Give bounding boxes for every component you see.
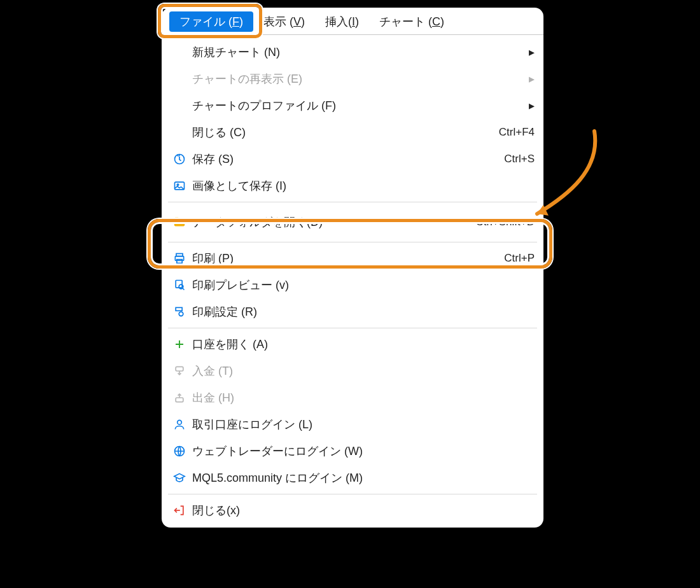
menu-window: ファイル (F) 表示 (V) 挿入(I) チャート (C) 新規チャート (N… — [162, 8, 543, 528]
menu-label: MQL5.community にログイン (M) — [188, 470, 535, 486]
blank-icon — [171, 45, 188, 60]
plus-icon — [171, 337, 188, 352]
menu-label: 印刷プレビュー (v) — [188, 277, 535, 293]
graduation-icon — [171, 470, 188, 486]
blank-icon — [171, 125, 188, 140]
menu-shortcut: Ctrl+P — [499, 252, 535, 265]
svg-point-12 — [178, 420, 182, 424]
save-icon — [171, 151, 188, 167]
withdraw-icon — [171, 390, 188, 405]
menu-label: ウェブトレーダーにログイン (W) — [188, 444, 535, 459]
submenu-arrow-icon: ▸ — [522, 45, 535, 59]
menu-item-save-image[interactable]: 画像として保存 (I) — [162, 172, 543, 199]
menubar-view-text: 表示 ( — [263, 15, 293, 28]
menu-separator — [168, 242, 537, 242]
menu-label: チャートのプロファイル (F) — [188, 98, 522, 113]
menu-label: 閉じる(x) — [188, 503, 535, 518]
menubar-file-accel: F — [232, 15, 239, 28]
svg-rect-11 — [176, 398, 183, 402]
menu-label: 画像として保存 (I) — [188, 178, 535, 193]
menubar-chart-close: ) — [440, 15, 444, 28]
deposit-icon — [171, 363, 188, 379]
menu-shortcut: Ctrl+Shift+D — [470, 216, 535, 228]
print-settings-icon — [171, 304, 188, 319]
menu-item-open-account[interactable]: 口座を開く (A) — [162, 331, 543, 358]
folder-icon — [171, 214, 188, 230]
menu-item-reshow-chart: チャートの再表示 (E) ▸ — [162, 66, 543, 92]
menu-shortcut: Ctrl+S — [499, 153, 535, 165]
menu-label: 閉じる (C) — [188, 125, 494, 140]
menu-item-new-chart[interactable]: 新規チャート (N) ▸ — [162, 39, 543, 66]
menu-item-print[interactable]: 印刷 (P) Ctrl+P — [162, 245, 543, 272]
menu-item-deposit: 入金 (T) — [162, 358, 543, 384]
menu-label: チャートの再表示 (E) — [188, 71, 522, 87]
menu-item-chart-profile[interactable]: チャートのプロファイル (F) ▸ — [162, 92, 543, 119]
menu-label: 印刷設定 (R) — [188, 304, 535, 319]
menu-label: データフォルダを開く(D) — [188, 214, 470, 230]
menubar-insert-text: 挿入( — [325, 15, 352, 28]
svg-rect-8 — [176, 307, 182, 311]
menu-item-close[interactable]: 閉じる (C) Ctrl+F4 — [162, 119, 543, 146]
menubar-item-chart[interactable]: チャート (C) — [369, 11, 454, 32]
print-icon — [171, 251, 188, 266]
print-preview-icon — [171, 277, 188, 293]
menu-label: 入金 (T) — [188, 363, 535, 379]
blank-icon — [171, 71, 188, 87]
menu-label: 保存 (S) — [188, 151, 499, 167]
menu-item-save[interactable]: 保存 (S) Ctrl+S — [162, 146, 543, 172]
menubar-chart-text: チャート ( — [379, 15, 432, 28]
menu-separator — [168, 328, 537, 328]
menu-item-login-mql5[interactable]: MQL5.community にログイン (M) — [162, 465, 543, 491]
menubar-file-close: ) — [239, 15, 243, 28]
blank-icon — [171, 98, 188, 113]
menubar-view-close: ) — [301, 15, 305, 28]
image-icon — [171, 178, 188, 193]
menu-item-login-webtrader[interactable]: ウェブトレーダーにログイン (W) — [162, 438, 543, 465]
menubar-file-text: ファイル ( — [179, 15, 232, 28]
submenu-arrow-icon: ▸ — [522, 72, 535, 86]
menubar-view-accel: V — [293, 15, 301, 28]
globe-icon — [171, 444, 188, 459]
menu-label: 出金 (H) — [188, 390, 535, 405]
menubar-chart-accel: C — [432, 15, 440, 28]
menu-label: 印刷 (P) — [188, 251, 499, 266]
menubar-insert-close: ) — [355, 15, 359, 28]
user-icon — [171, 417, 188, 432]
exit-icon — [171, 503, 188, 518]
menu-item-print-setup[interactable]: 印刷設定 (R) — [162, 298, 543, 325]
menu-label: 口座を開く (A) — [188, 337, 535, 352]
menu-item-print-preview[interactable]: 印刷プレビュー (v) — [162, 272, 543, 298]
menubar-item-insert[interactable]: 挿入(I) — [315, 11, 369, 32]
svg-point-9 — [179, 312, 183, 316]
menubar-item-view[interactable]: 表示 (V) — [253, 11, 315, 32]
menu-item-close-app[interactable]: 閉じる(x) — [162, 497, 543, 524]
menu-shortcut: Ctrl+F4 — [494, 126, 535, 139]
svg-rect-10 — [176, 367, 183, 371]
submenu-arrow-icon: ▸ — [522, 99, 535, 113]
menu-label: 新規チャート (N) — [188, 45, 522, 60]
menu-separator — [168, 494, 537, 494]
menu-item-login-account[interactable]: 取引口座にログイン (L) — [162, 411, 543, 438]
menu-item-open-data-folder[interactable]: データフォルダを開く(D) Ctrl+Shift+D — [162, 205, 543, 239]
menu-item-withdraw: 出金 (H) — [162, 384, 543, 411]
menu-label: 取引口座にログイン (L) — [188, 417, 535, 432]
file-menu-dropdown: 新規チャート (N) ▸ チャートの再表示 (E) ▸ チャートのプロファイル … — [162, 35, 543, 528]
menu-separator — [168, 202, 537, 202]
menubar-item-file[interactable]: ファイル (F) — [169, 11, 253, 32]
svg-point-2 — [177, 184, 179, 186]
menubar: ファイル (F) 表示 (V) 挿入(I) チャート (C) — [162, 8, 543, 35]
